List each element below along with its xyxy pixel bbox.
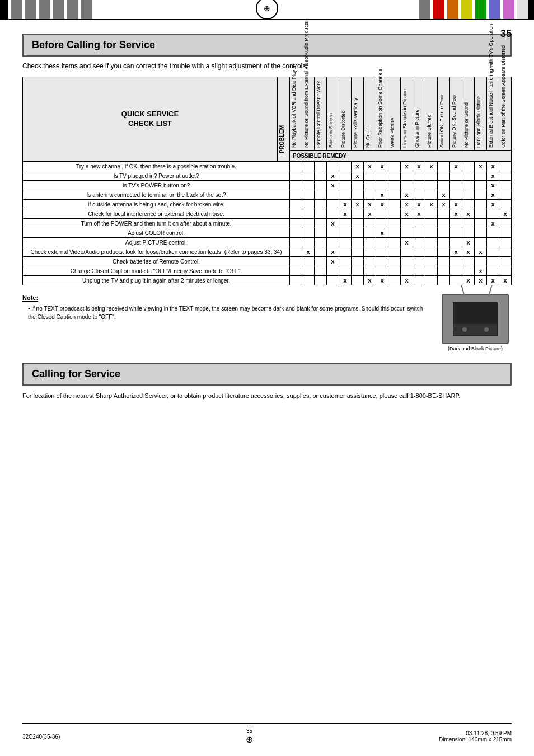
x-mark: x [355,201,359,208]
mark-cell [388,219,401,228]
mark-cell: x [438,190,450,200]
mark-cell [450,181,462,190]
x-mark: x [491,172,494,179]
x-mark: x [429,201,433,208]
mark-cell [352,257,364,266]
mark-cell [425,219,438,228]
mark-cell: x [364,209,376,219]
bar-seg [0,0,8,19]
mark-cell: x [487,219,499,228]
mark-cell [425,228,438,238]
mark-cell [438,162,450,171]
mark-cell [327,276,339,285]
mark-cell [327,238,339,247]
before-calling-title: Before Calling for Service [22,34,512,57]
col-header-6: No Color [364,77,372,150]
x-mark: x [454,201,457,208]
note-text-block: Note: • If no TEXT broadcast is being re… [22,294,430,321]
table-row: Adjust COLOR control.x [23,228,512,238]
mark-cell [487,247,499,257]
mark-cell: x [487,171,499,181]
col-header-3: Bars on Screen [327,77,335,150]
mark-cell [425,238,438,247]
bar-seg [81,0,92,19]
x-mark: x [331,182,334,189]
mark-cell [388,190,401,200]
mark-cell [499,228,512,238]
mark-cell [475,257,487,266]
mark-cell [475,190,487,200]
x-mark: x [368,210,371,217]
col-header-17: Color on Part of the Screen Appears Dist… [499,77,507,150]
mark-cell [413,247,425,257]
mark-cell [302,257,315,266]
mark-cell [290,247,302,257]
mark-cell [388,238,401,247]
remedy-text-cell: Adjust COLOR control. [23,228,290,238]
calling-title: Calling for Service [22,363,512,386]
mark-cell: x [487,190,499,200]
table-row: Adjust PICTURE control.xx [23,238,512,247]
bar-seg [53,0,64,19]
mark-cell: x [487,181,499,190]
mark-cell: x [450,247,462,257]
mark-cell [462,162,475,171]
mark-cell [499,247,512,257]
x-mark: x [331,248,334,255]
mark-cell [290,181,302,190]
mark-cell: x [364,162,376,171]
mark-cell [487,257,499,266]
mark-cell: x [327,219,339,228]
mark-cell [450,266,462,276]
bar-seg [447,0,458,19]
x-mark: x [417,201,420,208]
mark-cell [401,257,413,266]
mark-cell [438,209,450,219]
mark-cell [376,219,388,228]
mark-cell: x [475,266,487,276]
mark-cell [290,171,302,181]
x-mark: x [479,163,482,170]
bar-seg [39,0,50,19]
mark-cell [364,181,376,190]
mark-cell: x [487,200,499,209]
remedy-text-cell: Is antenna connected to terminal on the … [23,190,290,200]
x-mark: x [368,201,371,208]
mark-cell [339,181,352,190]
x-mark: x [503,210,507,217]
mark-cell: x [352,200,364,209]
mark-cell [290,266,302,276]
mark-cell [475,238,487,247]
remedy-text-cell: Unplug the TV and plug it in again after… [23,276,290,285]
mark-cell: x [339,276,352,285]
mark-cell [438,171,450,181]
mark-cell: x [327,247,339,257]
bar-seg [461,0,472,19]
col-header-14: No Picture or Sound [462,77,470,150]
x-mark: x [454,248,457,255]
mark-cell [462,257,475,266]
mark-cell: x [413,209,425,219]
col-header-1: No Picture or Sound from External Video/… [302,77,310,150]
mark-cell [401,228,413,238]
before-calling-section: Before Calling for Service Check these i… [22,34,512,285]
bar-seg [419,0,430,19]
mark-cell: x [401,238,413,247]
mark-cell [327,190,339,200]
mark-cell [462,266,475,276]
mark-cell [487,238,499,247]
mark-cell [462,171,475,181]
mark-cell [339,171,352,181]
mark-cell: x [499,276,512,285]
mark-cell [315,238,327,247]
mark-cell [327,228,339,238]
x-mark: x [454,163,457,170]
mark-cell [388,247,401,257]
top-decorative-bar: ⊕ [0,0,534,20]
mark-cell [425,266,438,276]
x-mark: x [442,191,445,198]
x-mark: x [380,163,383,170]
mark-cell [339,238,352,247]
intro-text: Check these items and see if you can cor… [22,62,512,70]
mark-cell: x [462,238,475,247]
